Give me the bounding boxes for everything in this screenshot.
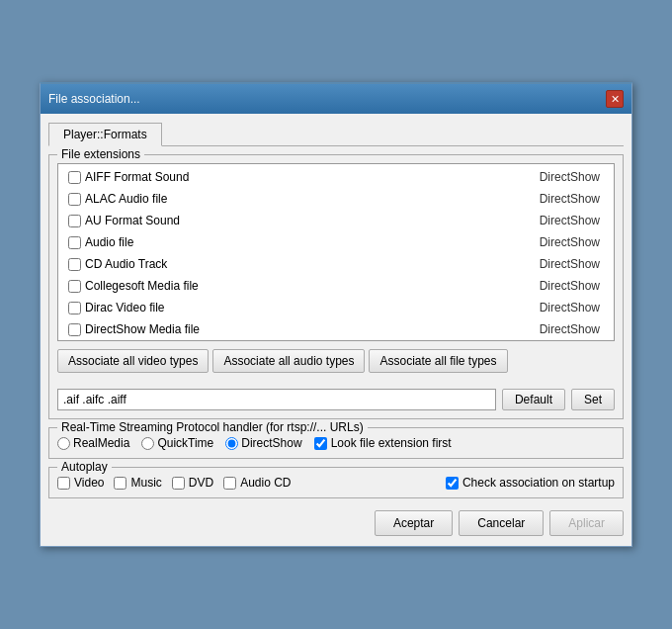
file-list[interactable]: AIFF Format Sound DirectShow ALAC Audio …: [57, 163, 615, 341]
autoplay-group: Autoplay Video Music DVD: [48, 467, 624, 498]
file-list-row[interactable]: Collegesoft Media file DirectShow: [60, 275, 612, 297]
autoplay-video-checkbox[interactable]: [57, 477, 70, 490]
file-name: AU Format Sound: [85, 214, 540, 227]
file-name: Collegesoft Media file: [85, 279, 540, 293]
autoplay-music-checkbox[interactable]: [114, 477, 126, 490]
autoplay-dvd-checkbox[interactable]: [172, 477, 185, 490]
file-list-row[interactable]: Dirac Video file DirectShow: [60, 297, 612, 318]
rtsp-realmedia-option[interactable]: RealMedia: [57, 436, 129, 450]
file-extensions-label: File extensions: [57, 147, 144, 161]
close-button[interactable]: ✕: [606, 90, 624, 108]
autoplay-dvd-label: DVD: [189, 476, 213, 490]
dialog-title: File association...: [48, 92, 140, 106]
file-list-row[interactable]: DirectShow Media file DirectShow: [60, 318, 612, 340]
footer-buttons: Aceptar Cancelar Aplicar: [48, 506, 624, 538]
file-type: DirectShow: [540, 214, 604, 227]
autoplay-music-label: Music: [130, 476, 161, 490]
file-type: DirectShow: [540, 322, 604, 336]
file-checkbox-3[interactable]: [68, 236, 81, 249]
file-name: CD Audio Track: [85, 257, 540, 271]
file-name: DirectShow Media file: [85, 322, 540, 336]
file-checkbox-7[interactable]: [68, 323, 81, 336]
file-association-dialog: File association... ✕ Player::Formats Fi…: [40, 82, 632, 547]
assoc-audio-button[interactable]: Associate all audio types: [212, 349, 365, 373]
file-checkbox-1[interactable]: [68, 193, 81, 206]
tab-player-formats[interactable]: Player::Formats: [48, 123, 162, 146]
check-startup-checkbox[interactable]: [446, 477, 459, 490]
file-type: DirectShow: [540, 257, 604, 271]
extension-input[interactable]: [57, 389, 496, 410]
aplicar-button[interactable]: Aplicar: [549, 510, 624, 536]
autoplay-dvd-option[interactable]: DVD: [172, 476, 213, 490]
rtsp-radio-row: RealMedia QuickTime DirectShow Look file…: [57, 436, 615, 450]
check-startup-option[interactable]: Check association on startup: [446, 476, 615, 490]
file-name: Audio file: [85, 235, 540, 249]
rtsp-label: Real-Time Streaming Protocol handler (fo…: [57, 420, 368, 434]
rtsp-realmedia-radio[interactable]: [57, 437, 70, 450]
assoc-file-button[interactable]: Associate all file types: [369, 349, 507, 373]
autoplay-row: Video Music DVD Audio CD: [57, 476, 615, 490]
file-checkbox-5[interactable]: [68, 280, 81, 293]
rtsp-directshow-option[interactable]: DirectShow: [225, 436, 301, 450]
file-checkbox-0[interactable]: [68, 171, 81, 184]
file-type: DirectShow: [540, 279, 604, 293]
file-type: DirectShow: [540, 301, 604, 314]
check-startup-label: Check association on startup: [462, 476, 615, 490]
tab-strip: Player::Formats: [48, 122, 624, 146]
autoplay-video-option[interactable]: Video: [57, 476, 104, 490]
file-checkbox-2[interactable]: [68, 215, 81, 227]
file-name: AIFF Format Sound: [85, 170, 540, 184]
file-type: DirectShow: [540, 170, 604, 184]
set-button[interactable]: Set: [571, 389, 615, 410]
autoplay-audiocd-checkbox[interactable]: [223, 477, 236, 490]
file-list-row[interactable]: Audio file DirectShow: [60, 231, 612, 253]
rtsp-quicktime-radio[interactable]: [141, 437, 154, 450]
autoplay-label: Autoplay: [57, 460, 112, 474]
look-ext-checkbox[interactable]: [314, 437, 327, 450]
file-name: Dirac Video file: [85, 301, 540, 314]
rtsp-quicktime-option[interactable]: QuickTime: [141, 436, 213, 450]
file-checkbox-6[interactable]: [68, 302, 81, 314]
rtsp-group: Real-Time Streaming Protocol handler (fo…: [48, 427, 624, 459]
title-bar: File association... ✕: [41, 84, 631, 114]
look-ext-label: Look file extension first: [331, 436, 452, 450]
autoplay-audiocd-option[interactable]: Audio CD: [223, 476, 291, 490]
cancelar-button[interactable]: Cancelar: [459, 510, 544, 536]
file-name: ALAC Audio file: [85, 192, 540, 206]
extension-row: Default Set: [57, 389, 615, 410]
file-list-row[interactable]: AU Format Sound DirectShow: [60, 210, 612, 231]
dialog-body: Player::Formats File extensions AIFF For…: [41, 114, 631, 546]
file-checkbox-4[interactable]: [68, 258, 81, 271]
aceptar-button[interactable]: Aceptar: [375, 510, 453, 536]
file-type: DirectShow: [540, 235, 604, 249]
file-list-row[interactable]: AIFF Format Sound DirectShow: [60, 166, 612, 188]
autoplay-video-label: Video: [74, 476, 104, 490]
default-button[interactable]: Default: [502, 389, 565, 410]
autoplay-music-option[interactable]: Music: [114, 476, 161, 490]
file-extensions-group: File extensions AIFF Format Sound Direct…: [48, 154, 624, 419]
autoplay-checks: Video Music DVD Audio CD: [57, 476, 292, 490]
file-list-row[interactable]: CD Audio Track DirectShow: [60, 253, 612, 275]
assoc-video-button[interactable]: Associate all video types: [57, 349, 209, 373]
rtsp-directshow-label: DirectShow: [241, 436, 301, 450]
rtsp-directshow-radio[interactable]: [225, 437, 238, 450]
rtsp-quicktime-label: QuickTime: [157, 436, 213, 450]
rtsp-realmedia-label: RealMedia: [73, 436, 129, 450]
associate-buttons-row: Associate all video types Associate all …: [57, 349, 615, 381]
file-list-row[interactable]: ALAC Audio file DirectShow: [60, 188, 612, 210]
file-list-table: AIFF Format Sound DirectShow ALAC Audio …: [58, 164, 614, 341]
look-ext-option[interactable]: Look file extension first: [314, 436, 452, 450]
file-type: DirectShow: [540, 192, 604, 206]
autoplay-audiocd-label: Audio CD: [240, 476, 291, 490]
